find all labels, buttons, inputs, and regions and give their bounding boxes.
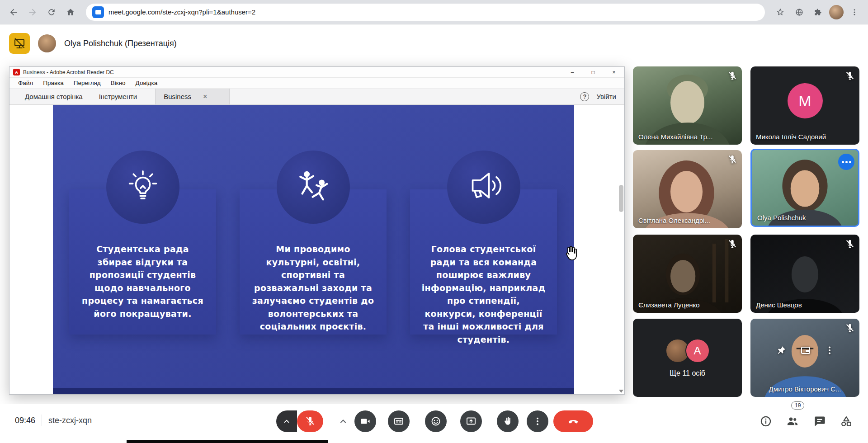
reactions-button[interactable] [425, 410, 447, 432]
divider [42, 415, 42, 426]
star-icon [776, 8, 785, 17]
participant-name: Микола Ілліч Садовий [756, 133, 826, 141]
pdf-viewport[interactable]: Студентська рада збирає відгуки та пропо… [9, 105, 624, 394]
globe-icon [795, 8, 804, 17]
slide-card-text: Голова студентської ради та вся команда … [421, 243, 546, 346]
videocam-icon [360, 416, 371, 427]
call-end-icon [567, 415, 580, 428]
participant-name: Дмитро Вікторович С... [750, 385, 859, 393]
bookmark-star-button[interactable] [772, 4, 788, 20]
mic-options-chevron-icon[interactable] [276, 410, 297, 432]
tab-document-business[interactable]: Business × [155, 89, 230, 104]
participant-name: Olya Polishchuk [757, 214, 806, 222]
info-icon [760, 415, 772, 428]
tab-tools[interactable]: Інструменти [91, 89, 146, 104]
picture-in-picture-icon[interactable] [800, 345, 811, 357]
slide-card-3: Голова студентської ради та вся команда … [410, 151, 557, 390]
sign-in-link[interactable]: Увійти [596, 93, 616, 100]
reading-mode-button[interactable] [791, 4, 807, 20]
site-info-icon[interactable] [92, 6, 104, 18]
extensions-button[interactable] [810, 4, 826, 20]
activities-button[interactable] [840, 415, 853, 428]
dancers-icon [277, 151, 350, 224]
acrobat-tabbar-right: ? Увійти [580, 92, 624, 101]
menu-window[interactable]: Вікно [107, 79, 130, 87]
menu-edit[interactable]: Правка [39, 79, 68, 87]
acrobat-app-icon: A [13, 69, 20, 75]
camera-button[interactable] [354, 410, 376, 432]
window-close-button[interactable]: × [604, 67, 624, 77]
avatar: A [685, 339, 710, 363]
browser-back-button[interactable] [5, 4, 22, 20]
window-minimize-button[interactable]: – [562, 67, 583, 77]
participant-tile[interactable]: M Микола Ілліч Садовий [750, 66, 859, 145]
acrobat-titlebar: A Business - Adobe Acrobat Reader DC – □… [9, 67, 624, 78]
document-tab-close-icon[interactable]: × [203, 93, 207, 100]
participant-tile[interactable]: Світлана Олександрі... [633, 150, 742, 228]
reload-icon [47, 8, 56, 17]
browser-menu-button[interactable] [846, 4, 863, 20]
slide-card-2: Ми проводимо культурні, освітні, спортив… [240, 151, 387, 390]
url-text: meet.google.com/ste-zcxj-xqn?pli=1&authu… [108, 8, 255, 16]
tile-more-options-button[interactable] [838, 154, 854, 170]
presenter-avatar [38, 34, 56, 52]
browser-profile-avatar[interactable] [829, 5, 844, 19]
browser-forward-button[interactable] [24, 4, 41, 20]
acrobat-tabbar: Домашня сторінка Інструменти Business × … [9, 89, 624, 105]
screen: meet.google.com/ste-zcxj-xqn?pli=1&authu… [0, 0, 868, 443]
participant-tile-hovered[interactable]: Дмитро Вікторович С... [750, 319, 859, 397]
participant-tile[interactable]: Єлизавета Луценко [633, 235, 742, 313]
url-bar[interactable]: meet.google.com/ste-zcxj-xqn?pli=1&authu… [86, 4, 765, 21]
browser-home-button[interactable] [62, 4, 79, 20]
overflow-count-label: Ще 11 осіб [670, 369, 705, 377]
chat-button[interactable] [813, 415, 826, 428]
mic-off-icon [845, 71, 855, 81]
camera-options-chevron-icon[interactable] [337, 416, 349, 428]
participant-name: Світлана Олександрі... [638, 217, 710, 224]
people-icon [786, 415, 799, 428]
browser-chrome: meet.google.com/ste-zcxj-xqn?pli=1&authu… [0, 0, 868, 24]
mic-mute-button[interactable] [276, 410, 323, 432]
menu-view[interactable]: Перегляд [70, 79, 105, 87]
home-icon [66, 8, 75, 17]
tab-home[interactable]: Домашня сторінка [17, 89, 91, 104]
overflow-participants-tile[interactable]: A Ще 11 осіб [633, 319, 742, 397]
present-screen-button[interactable] [460, 410, 482, 432]
participants-button[interactable] [786, 415, 799, 428]
participant-tile-active-speaker[interactable]: Olya Polishchuk [750, 149, 859, 227]
meeting-details-button[interactable] [760, 415, 772, 428]
leave-call-button[interactable] [553, 410, 593, 432]
participant-name: Олена Михайлівна Тр... [638, 133, 712, 141]
raise-hand-button[interactable] [497, 410, 519, 432]
scrollbar-thumb[interactable] [619, 185, 623, 212]
pin-icon[interactable] [776, 345, 787, 357]
slide-card-text: Ми проводимо культурні, освітні, спортив… [250, 243, 376, 333]
participant-tile[interactable]: Олена Михайлівна Тр... [633, 66, 742, 145]
meeting-info: 09:46 ste-zcxj-xqn [15, 404, 92, 437]
puzzle-icon [814, 8, 823, 17]
pdf-slide: Студентська рада збирає відгуки та пропо… [53, 105, 574, 394]
scrollbar-down-arrow-icon[interactable] [619, 390, 623, 393]
tile-hover-controls [750, 345, 859, 357]
help-icon[interactable]: ? [580, 92, 589, 101]
tile-kebab-menu-icon[interactable] [825, 345, 835, 357]
document-tab-label: Business [164, 93, 191, 100]
menu-file[interactable]: Файл [14, 79, 37, 87]
participant-name: Єлизавета Луценко [638, 301, 700, 309]
pdf-scrollbar[interactable] [618, 105, 623, 394]
captions-icon [393, 416, 404, 427]
more-options-button[interactable] [527, 410, 548, 432]
window-maximize-button[interactable]: □ [583, 67, 604, 77]
participant-name: Денис Шевцов [756, 301, 802, 309]
browser-reload-button[interactable] [43, 4, 60, 20]
participant-tile[interactable]: Денис Шевцов [750, 235, 859, 313]
presentation-muted-icon[interactable] [9, 33, 30, 54]
back-arrow-icon [9, 7, 19, 17]
clock-label: 09:46 [15, 416, 35, 425]
participant-count-badge: 19 [791, 401, 804, 410]
menu-help[interactable]: Довідка [132, 79, 162, 87]
presenter-name: Olya Polishchuk (Презентація) [64, 39, 177, 48]
captions-button[interactable] [388, 410, 410, 432]
slide-footer-band [53, 388, 574, 394]
avatar: M [788, 83, 823, 118]
